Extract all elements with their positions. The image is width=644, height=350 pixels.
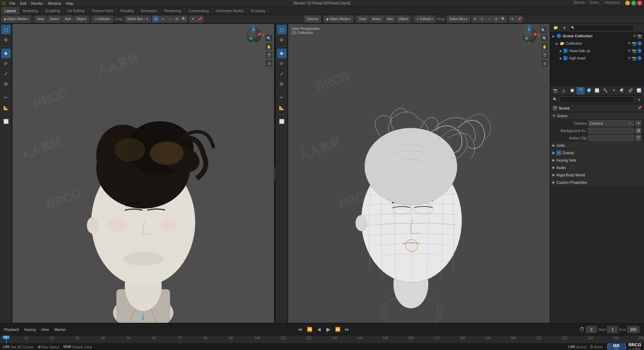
- view-menu[interactable]: View: [39, 327, 51, 332]
- menu-window[interactable]: Window: [46, 1, 63, 6]
- right-select-btn[interactable]: Select: [370, 16, 384, 23]
- icon-search-right[interactable]: 🔍: [500, 16, 506, 23]
- gizmo-left[interactable]: X Y Z: [245, 27, 262, 43]
- outliner-collection[interactable]: ▶ 📁 Collection 👁 📷 🔵: [550, 40, 644, 47]
- maximize-button[interactable]: □: [631, 1, 636, 5]
- jump-end-btn[interactable]: ⏭: [343, 325, 351, 334]
- tab-uv-editing[interactable]: UV Editing: [64, 7, 88, 14]
- camera-close[interactable]: ✕: [628, 121, 632, 126]
- overlay-btn-r4[interactable]: ⊞: [541, 60, 548, 67]
- prop-icon-render[interactable]: 📷: [551, 87, 559, 94]
- prop-icon-world[interactable]: 🌍: [585, 87, 593, 94]
- tab-texture-paint[interactable]: Texture Paint: [88, 7, 117, 14]
- search-icon-r[interactable]: 🔍: [540, 27, 547, 34]
- clock-icon[interactable]: ⏱: [579, 326, 585, 333]
- tool-select[interactable]: ⬚: [1, 25, 11, 34]
- camera-value[interactable]: Camera ✕: [588, 120, 634, 126]
- gizmo-right-y-dot[interactable]: [525, 37, 528, 40]
- keying-menu[interactable]: Keying: [22, 327, 38, 332]
- status-box-select[interactable]: ⊞ Box Select: [38, 345, 59, 349]
- overlay-btn-3[interactable]: 🎬: [265, 51, 273, 59]
- pin-btn[interactable]: 📌: [637, 106, 642, 110]
- minimize-button[interactable]: −: [625, 1, 630, 5]
- tool-scale[interactable]: ⤢: [1, 69, 11, 78]
- icon-rotate[interactable]: ⟳: [159, 16, 166, 23]
- icon-search-left[interactable]: 🔍: [180, 16, 187, 23]
- tab-scripting[interactable]: Scripting: [247, 7, 269, 14]
- viewport-divider[interactable]: [274, 24, 276, 323]
- tool-move[interactable]: ✥: [1, 49, 11, 58]
- gizmo-right-x-dot[interactable]: [534, 33, 537, 36]
- right-object-btn[interactable]: Object: [396, 16, 411, 23]
- overlay-btn-r3[interactable]: 🎬: [541, 51, 548, 59]
- eye-icon-scene[interactable]: 👁: [633, 34, 637, 38]
- outliner-icon[interactable]: 📁: [552, 24, 560, 32]
- prop-icon-scene[interactable]: 🎬: [577, 87, 585, 94]
- gravity-checkbox[interactable]: ✓: [556, 150, 561, 155]
- clip-icon[interactable]: 🎬: [635, 135, 641, 141]
- tool-measure-r[interactable]: 📐: [277, 103, 286, 112]
- background-value[interactable]: [588, 128, 634, 134]
- prop-icon-physics[interactable]: 🌊: [618, 87, 626, 94]
- tool-cube-add[interactable]: ⬜: [1, 117, 11, 126]
- icon-pin-r[interactable]: 📌: [516, 16, 523, 23]
- outliner-head-backup[interactable]: ▸ 🟦 Head bak up 👁 📷 🔵: [550, 47, 644, 54]
- gizmo-right[interactable]: X Y Z: [521, 27, 538, 43]
- icon-rotate-r[interactable]: ⟳: [479, 16, 485, 23]
- tab-sculpting[interactable]: Sculpting: [42, 7, 64, 14]
- prop-icon-view[interactable]: 🔲: [568, 87, 576, 94]
- left-view-btn[interactable]: View: [35, 16, 47, 23]
- render-icon-hh[interactable]: 🔵: [637, 56, 642, 60]
- marker-menu[interactable]: Marker: [52, 327, 68, 332]
- prop-icon-object[interactable]: ⬜: [593, 87, 601, 94]
- scene-section-header[interactable]: Scene: [550, 112, 644, 120]
- overlay-btn-1[interactable]: 🔍: [265, 35, 273, 42]
- status-move[interactable]: G Move: [590, 345, 603, 349]
- left-select-btn[interactable]: Select: [47, 16, 61, 23]
- status-rotate[interactable]: MMB Rotate View: [63, 345, 92, 349]
- tab-animation[interactable]: Animation: [138, 7, 161, 14]
- tab-modeling[interactable]: Modeling: [19, 7, 42, 14]
- menu-render[interactable]: Render: [29, 1, 45, 6]
- render-icon-hb[interactable]: 🔵: [637, 49, 642, 53]
- gravity-section[interactable]: ✓ Gravity: [550, 149, 644, 157]
- eye-icon-hh[interactable]: 👁: [628, 56, 631, 60]
- tool-annotate[interactable]: ✏: [1, 93, 11, 102]
- custom-props-section[interactable]: Custom Properties: [550, 179, 644, 186]
- viewport-left[interactable]: RRCG 人人素材 RRCG 人人素材: [12, 24, 274, 323]
- overlay-btn-4[interactable]: ⊞: [265, 60, 273, 67]
- gizmo-right-z-dot[interactable]: [528, 28, 531, 31]
- menu-help[interactable]: Help: [64, 1, 75, 6]
- outliner-scene-collection[interactable]: ▶ 🔵 Scene Collection 👁 📷: [550, 32, 644, 40]
- icon-pin[interactable]: 📌: [197, 16, 203, 23]
- prop-icon-particles[interactable]: ✦: [610, 87, 618, 94]
- restrict-icon-hh[interactable]: 📷: [632, 56, 637, 60]
- tool-cursor[interactable]: ⊕: [1, 35, 11, 44]
- tool-transform[interactable]: ⊞: [1, 79, 11, 88]
- status-select[interactable]: LMB Select: [568, 345, 586, 349]
- tab-rendering[interactable]: Rendering: [161, 7, 185, 14]
- prop-icon-modifiers[interactable]: 🔧: [601, 87, 609, 94]
- icon-filter[interactable]: ▼: [190, 16, 196, 23]
- tool-rotate[interactable]: ⟳: [1, 59, 11, 68]
- right-orientation-btn[interactable]: ⊙ Default ▾: [414, 16, 435, 23]
- tab-compositing[interactable]: Compositing: [185, 7, 212, 14]
- jump-start-btn[interactable]: ⏮: [296, 325, 304, 334]
- icon-move-r[interactable]: ✥: [472, 16, 478, 23]
- viewport-right[interactable]: RRCG 人人素材 RRCG User Perspective (2) Coll…: [288, 24, 550, 323]
- current-frame-input[interactable]: 2: [586, 326, 597, 333]
- playback-menu[interactable]: Playback: [2, 327, 21, 332]
- menu-edit[interactable]: Edit: [18, 1, 29, 6]
- prop-search-icon[interactable]: 🔍: [552, 96, 558, 103]
- start-frame-input[interactable]: 1: [607, 326, 618, 333]
- rigid-body-section[interactable]: Rigid Body World: [550, 171, 644, 179]
- prev-keyframe-btn[interactable]: ⏪: [306, 325, 314, 334]
- outliner-options[interactable]: ⋮: [635, 24, 643, 32]
- tool-scale-r[interactable]: ⤢: [277, 69, 286, 78]
- tool-cursor-r[interactable]: ⊕: [277, 35, 286, 44]
- prop-icon-data[interactable]: 📊: [635, 87, 643, 94]
- camera-type-icon[interactable]: 👁: [635, 120, 641, 126]
- restrict-icon-scene[interactable]: 📷: [637, 34, 642, 38]
- tool-select-r[interactable]: ⬚: [277, 25, 286, 34]
- tool-cube-add-r[interactable]: ⬜: [277, 117, 286, 126]
